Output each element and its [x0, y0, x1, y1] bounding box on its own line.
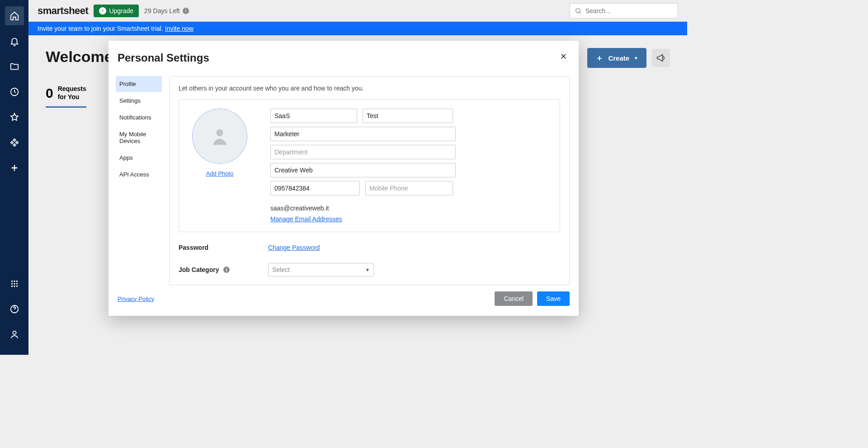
modal-title: Personal Settings	[118, 52, 209, 64]
add-photo-link[interactable]: Add Photo	[206, 170, 234, 177]
upgrade-label: Upgrade	[109, 7, 133, 14]
panel-description: Let others in your account see who you a…	[179, 85, 560, 92]
svg-point-13	[216, 129, 223, 136]
title-input[interactable]	[270, 127, 456, 141]
megaphone-icon	[656, 53, 666, 63]
svg-point-11	[13, 331, 16, 334]
trial-days-left: 29 Days Left i	[144, 7, 189, 14]
nav-help[interactable]	[5, 300, 24, 319]
info-icon[interactable]: i	[183, 8, 189, 14]
chevron-down-icon: ▼	[634, 56, 638, 61]
nav-recents[interactable]	[5, 82, 24, 101]
personal-settings-modal: Personal Settings ✕ Profile Settings Not…	[108, 41, 579, 316]
nav-browse[interactable]	[5, 57, 24, 76]
search-input[interactable]	[585, 7, 673, 14]
svg-point-8	[14, 286, 15, 287]
profile-panel: Let others in your account see who you a…	[169, 76, 570, 285]
requests-count: 0	[46, 86, 53, 101]
tab-settings[interactable]: Settings	[116, 93, 162, 109]
home-icon	[9, 11, 19, 21]
settings-side-nav: Profile Settings Notifications My Mobile…	[116, 76, 162, 285]
save-button[interactable]: Save	[537, 291, 570, 306]
change-password-link[interactable]: Change Password	[268, 244, 320, 251]
star-icon	[9, 112, 19, 122]
manage-emails-link[interactable]: Manage Email Addresses	[270, 215, 551, 223]
nav-account[interactable]	[5, 325, 24, 344]
last-name-input[interactable]	[363, 109, 453, 123]
cancel-button[interactable]: Cancel	[495, 291, 533, 306]
svg-point-7	[11, 286, 12, 287]
create-label: Create	[608, 54, 629, 62]
upgrade-arrow-icon: ↑	[99, 7, 106, 14]
modal-close-button[interactable]: ✕	[557, 52, 570, 62]
nav-favorites[interactable]	[5, 108, 24, 127]
plus-icon: ＋	[595, 52, 604, 63]
help-icon	[9, 304, 19, 314]
chevron-down-icon: ▼	[365, 267, 370, 272]
nav-home[interactable]	[5, 6, 24, 25]
company-input[interactable]	[270, 163, 456, 177]
avatar-placeholder[interactable]	[192, 109, 247, 164]
clock-icon	[9, 87, 19, 97]
app-logo: smartsheet	[38, 5, 88, 17]
nav-solutions[interactable]	[5, 274, 24, 293]
svg-point-4	[11, 283, 12, 284]
password-label: Password	[179, 244, 268, 251]
top-bar: smartsheet ↑ Upgrade 29 Days Left i	[28, 0, 687, 22]
announcements-button[interactable]	[652, 49, 670, 67]
info-icon[interactable]: i	[223, 267, 230, 273]
job-category-label: Job Category i	[179, 266, 268, 273]
tab-api-access[interactable]: API Access	[116, 167, 162, 182]
tab-apps[interactable]: Apps	[116, 150, 162, 166]
upgrade-button[interactable]: ↑ Upgrade	[94, 5, 139, 17]
left-nav	[0, 0, 28, 355]
apps-grid-icon	[9, 279, 19, 289]
user-icon	[9, 329, 19, 339]
nav-add[interactable]	[5, 158, 24, 177]
plus-icon	[9, 163, 19, 173]
tab-notifications[interactable]: Notifications	[116, 110, 162, 125]
nav-notifications[interactable]	[5, 32, 24, 51]
job-category-select[interactable]: Select ▼	[268, 263, 374, 276]
search-box[interactable]	[570, 3, 678, 19]
invite-now-link[interactable]: Invite now	[165, 25, 193, 32]
email-display: saas@creativeweb.it	[270, 205, 551, 212]
nav-workapps[interactable]	[5, 133, 24, 152]
search-icon	[575, 7, 582, 14]
department-input[interactable]	[270, 145, 456, 159]
banner-text: Invite your team to join your Smartsheet…	[38, 25, 163, 32]
svg-point-3	[16, 281, 17, 282]
bell-icon	[9, 36, 19, 46]
diamond-grid-icon	[9, 138, 19, 148]
tab-mobile-devices[interactable]: My Mobile Devices	[116, 126, 162, 149]
work-phone-input[interactable]	[270, 181, 360, 195]
svg-point-12	[576, 8, 580, 12]
tab-profile[interactable]: Profile	[116, 76, 162, 92]
requests-tab[interactable]: 0 Requestsfor You	[46, 85, 86, 108]
svg-point-2	[14, 281, 15, 282]
invite-banner: Invite your team to join your Smartsheet…	[28, 22, 687, 35]
profile-box: Add Photo saas@creativeweb.it Ma	[179, 99, 560, 232]
select-value: Select	[272, 266, 290, 273]
folder-icon	[9, 62, 19, 71]
privacy-policy-link[interactable]: Privacy Policy	[118, 295, 154, 302]
svg-point-1	[11, 281, 12, 282]
svg-point-5	[14, 283, 15, 284]
create-button[interactable]: ＋ Create ▼	[587, 48, 646, 68]
requests-label: Requestsfor You	[58, 85, 86, 101]
first-name-input[interactable]	[270, 109, 357, 123]
svg-point-6	[16, 283, 17, 284]
svg-point-9	[16, 286, 17, 287]
person-icon	[209, 126, 230, 147]
mobile-phone-input[interactable]	[365, 181, 453, 195]
